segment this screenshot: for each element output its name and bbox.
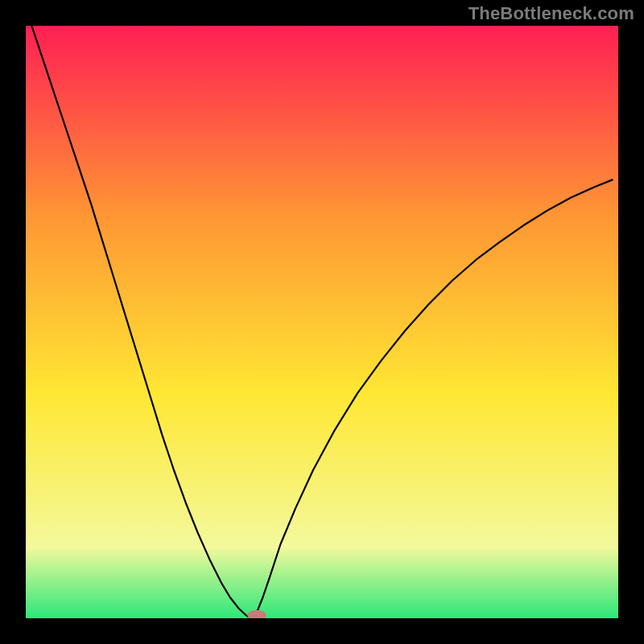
watermark-text: TheBottleneck.com — [469, 3, 634, 24]
plot-area — [26, 26, 618, 618]
chart-svg — [26, 26, 618, 618]
gradient-background — [26, 26, 618, 618]
chart-outer-frame: TheBottleneck.com — [0, 0, 644, 644]
